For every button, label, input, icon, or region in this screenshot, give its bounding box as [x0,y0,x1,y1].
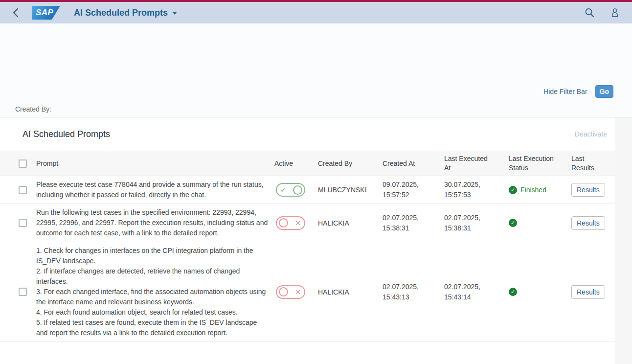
toggle-handle [293,185,302,195]
row-checkbox[interactable] [19,186,27,194]
scroll-gutter [615,117,632,364]
column-header-created-by: Created By [318,159,352,167]
shell-actions [584,7,620,18]
toggle-state-glyph: ✓ [279,186,288,194]
chevron-down-icon [172,12,177,15]
created-by-filter-label: Created By: [15,105,51,113]
toggle-state-glyph: ✕ [293,288,302,296]
row-checkbox[interactable] [19,288,27,296]
last-executed-at-value: 02.07.2025, 15:38:31 [444,213,493,233]
table-row: 1. Check for changes in interfaces on th… [0,242,615,342]
table-body: Please execute test case 778044 and prov… [0,176,615,342]
table-row: Run the following test cases in the spec… [0,204,615,242]
prompt-text: Run the following test cases in the spec… [36,207,269,238]
app-title-menu[interactable]: AI Scheduled Prompts [74,8,177,18]
table-row: Please execute test case 778044 and prov… [0,176,615,204]
toggle-handle [279,287,288,296]
column-header-active: Active [274,159,293,167]
toggle-state-glyph: ✕ [293,219,302,227]
table-header-row: Prompt Active Created By Created At Last… [0,151,615,176]
created-by-value: HALICKIA [318,288,349,296]
column-header-last-results: Last Results [571,154,598,173]
column-header-prompt: Prompt [36,159,58,167]
sap-logo-text: SAP [36,8,53,18]
success-check-icon: ✓ [509,288,517,296]
results-button[interactable]: Results [571,285,605,299]
filter-bar: Hide Filter Bar Go Created By: [0,23,632,117]
shell-header: SAP AI Scheduled Prompts [0,2,632,23]
active-toggle[interactable]: ✓ [276,183,305,197]
select-all-checkbox[interactable] [19,159,27,168]
column-header-last-execution-status: Last Execution Status [509,154,558,173]
status-label: Finished [520,186,546,194]
last-executed-at-value: 30.07.2025, 15:57:53 [444,180,493,200]
scheduled-prompts-table: AI Scheduled Prompts Deactivate Prompt A… [0,117,615,342]
created-by-value: MLUBCZYNSKI [318,186,367,194]
results-button[interactable]: Results [571,216,605,230]
column-header-last-executed-at: Last Executed At [444,154,493,173]
table-toolbar: AI Scheduled Prompts Deactivate [0,117,615,151]
back-button[interactable] [12,7,20,18]
page-content: AI Scheduled Prompts Deactivate Prompt A… [0,117,632,342]
go-button[interactable]: Go [595,85,613,98]
table-title: AI Scheduled Prompts [23,129,110,139]
app-title: AI Scheduled Prompts [74,8,168,18]
deactivate-button[interactable]: Deactivate [575,130,607,138]
created-at-value: 02.07.2025, 15:38:31 [383,213,431,233]
row-checkbox[interactable] [19,219,27,227]
search-icon[interactable] [584,7,595,18]
created-at-value: 09.07.2025, 15:57:52 [383,180,431,200]
success-check-icon: ✓ [509,186,517,194]
back-chevron-icon [12,7,20,18]
active-toggle[interactable]: ✕ [276,216,305,230]
created-by-value: HALICKIA [318,219,349,227]
success-check-icon: ✓ [509,219,517,227]
person-icon[interactable] [609,7,620,18]
prompt-text: Please execute test case 778044 and prov… [36,180,269,200]
created-at-value: 02.07.2025, 15:43:13 [383,282,431,302]
active-toggle[interactable]: ✕ [276,285,305,299]
last-executed-at-value: 02.07.2025, 15:43:14 [444,282,493,302]
column-header-created-at: Created At [383,159,415,167]
hide-filter-bar-link[interactable]: Hide Filter Bar [543,88,587,95]
sap-logo: SAP [32,6,60,20]
results-button[interactable]: Results [571,183,605,197]
prompt-text: 1. Check for changes in interfaces on th… [36,246,269,338]
toggle-handle [279,218,288,228]
